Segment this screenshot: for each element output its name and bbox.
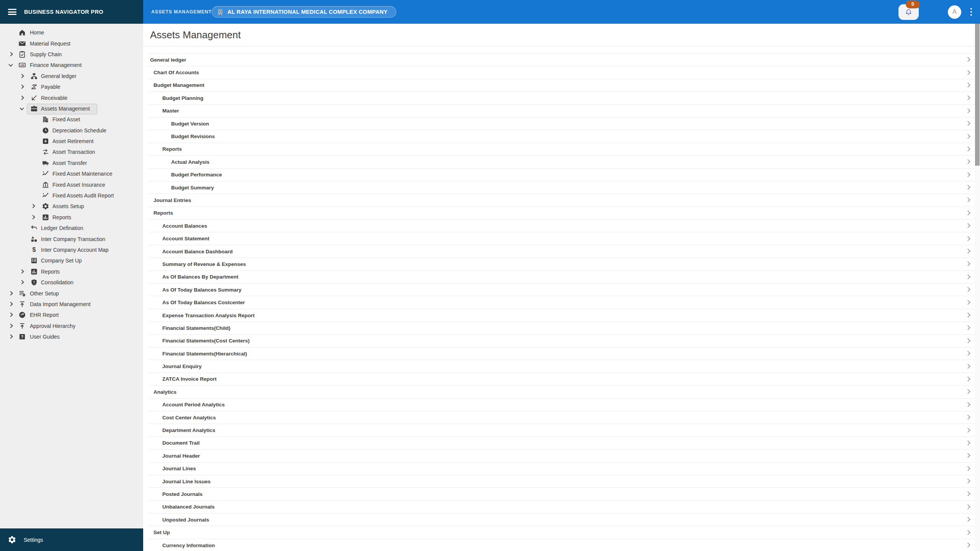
tree-row-zatca-invoice-report[interactable]: ZATCA Invoice Report (149, 373, 975, 386)
chevron-right-icon (965, 325, 970, 330)
avatar[interactable]: A (948, 5, 961, 19)
chevron-right-icon (965, 287, 970, 292)
main-content: Assets Management General ledger Chart O… (143, 24, 980, 551)
tree-row-budget-summary[interactable]: Budget Summary (149, 181, 975, 194)
tree-row-budget-management[interactable]: Budget Management (149, 79, 975, 92)
sidebar-item-consolidation[interactable]: Consolidation (0, 277, 143, 288)
tree-row-chart-of-accounts[interactable]: Chart Of Accounts (149, 66, 975, 79)
tree-row-financial-statements-child[interactable]: Financial Statements(Child) (149, 322, 975, 334)
sidebar-item-asset-transaction[interactable]: Asset Transaction (0, 147, 143, 157)
chevron-right-icon (965, 262, 970, 267)
tree-row-actual-analysis[interactable]: Actual Analysis (149, 156, 975, 168)
chevron-right-icon (965, 415, 970, 420)
sidebar-item-inter-company-account-map[interactable]: Inter Company Account Map (0, 245, 143, 255)
chevron-right-icon (965, 504, 970, 509)
tree-row-unbalanced-journals[interactable]: Unbalanced Journals (149, 501, 975, 514)
tree-row-account-balances[interactable]: Account Balances (149, 220, 975, 232)
sidebar-item-inter-company-transaction[interactable]: Inter Company Transaction (0, 233, 143, 244)
tree-row-label: As Of Today Balances Costcenter (149, 300, 245, 305)
tree-row-master[interactable]: Master (149, 105, 975, 117)
tree-row-budget-performance[interactable]: Budget Performance (149, 169, 975, 181)
tree-row-budget-revisions[interactable]: Budget Revisions (149, 130, 975, 143)
sidebar-item-label: General ledger (0, 73, 77, 79)
tree-row-journal-header[interactable]: Journal Header (149, 450, 975, 462)
tree-row-cost-center-analytics[interactable]: Cost Center Analytics (149, 411, 975, 424)
sidebar-item-general-ledger[interactable]: General ledger (0, 71, 143, 82)
sidebar-item-payable[interactable]: Payable (0, 82, 143, 92)
sidebar-item-reports[interactable]: Reports (0, 212, 143, 223)
tree-row-analytics[interactable]: Analytics (149, 386, 975, 398)
tree-row-budget-version[interactable]: Budget Version (149, 117, 975, 130)
menu-icon[interactable] (8, 9, 16, 15)
tree-row-account-balance-dashboard[interactable]: Account Balance Dashboard (149, 245, 975, 258)
tree-row-as-of-today-balances-costcenter[interactable]: As Of Today Balances Costcenter (149, 296, 975, 309)
tree-row-posted-journals[interactable]: Posted Journals (149, 488, 975, 500)
sidebar-item-label: Asset Transaction (0, 149, 95, 155)
tree-row-financial-statements-cost-centers[interactable]: Financial Statements(Cost Centers) (149, 335, 975, 347)
sidebar-item-assets-setup[interactable]: Assets Setup (0, 201, 143, 212)
sidebar-item-fixed-assets-audit-report[interactable]: Fixed Assets Audit Report (0, 190, 143, 201)
sidebar-item-depreciation-schedule[interactable]: Depreciation Schedule (0, 125, 143, 136)
tree-row-label: Account Balances (149, 223, 207, 229)
tree-row-journal-enquiry[interactable]: Journal Enquiry (149, 360, 975, 373)
sidebar-item-fixed-asset-maintenance[interactable]: Fixed Asset Maintenance (0, 168, 143, 179)
sidebar-item-fixed-asset[interactable]: Fixed Asset (0, 114, 143, 125)
chevron-right-icon (965, 121, 970, 126)
tree-row-currency-information[interactable]: Currency Information (149, 539, 975, 551)
tree-row-journal-lines[interactable]: Journal Lines (149, 463, 975, 475)
tree-row-journal-line-issues[interactable]: Journal Line Issues (149, 475, 975, 488)
sidebar-item-supply-chain[interactable]: Supply Chain (0, 49, 143, 60)
tree-row-expense-transaction-analysis-report[interactable]: Expense Transaction Analysis Report (149, 309, 975, 322)
tree-row-department-analytics[interactable]: Department Analytics (149, 424, 975, 437)
chevron-right-icon (965, 389, 970, 394)
tree-row-journal-entries[interactable]: Journal Entries (149, 194, 975, 207)
sidebar-item-ehr-report[interactable]: EHR Report (0, 310, 143, 320)
sidebar-item-reports[interactable]: Reports (0, 266, 143, 277)
sidebar-item-material-request[interactable]: Material Request (0, 38, 143, 49)
sidebar-item-label: Material Request (0, 41, 70, 47)
tree-row-as-of-today-balances-summary[interactable]: As Of Today Balances Summary (149, 284, 975, 296)
tree-row-label: Department Analytics (149, 427, 215, 433)
sidebar-item-receivable[interactable]: Receivable (0, 92, 143, 103)
sidebar-item-label: Receivable (0, 95, 67, 101)
sidebar-item-finance-management[interactable]: Finance Management (0, 60, 143, 70)
company-selector-chip[interactable]: AL RAYA INTERNATIONAL MEDICAL COMPLEX CO… (212, 6, 396, 18)
sidebar-item-label: Other Setup (0, 290, 59, 297)
notifications-button[interactable]: 0 (898, 4, 919, 20)
sidebar-item-ledger-defination[interactable]: Ledger Defination (0, 223, 143, 233)
tree-row-reports[interactable]: Reports (149, 207, 975, 220)
tree-row-financial-statements-hierarchical[interactable]: Financial Statements(Hierarchical) (149, 347, 975, 360)
sidebar-item-approval-hierarchy[interactable]: Approval Hierarchy (0, 321, 143, 331)
sidebar-item-user-guides[interactable]: User Guides (0, 331, 143, 342)
sidebar-item-label: Assets Management (0, 106, 90, 112)
tree-row-label: Budget Planning (149, 95, 203, 101)
tree-row-label: Budget Summary (149, 185, 214, 191)
chevron-right-icon (965, 428, 970, 433)
sidebar-item-other-setup[interactable]: Other Setup (0, 288, 143, 298)
settings-button[interactable]: Settings (0, 528, 143, 551)
tree-row-summary-of-revenue-expenses[interactable]: Summary of Revenue & Expenses (149, 258, 975, 271)
scrollbar-thumb[interactable] (975, 24, 980, 166)
sidebar-item-asset-transfer[interactable]: Asset Transfer (0, 158, 143, 168)
tree-row-as-of-balances-by-department[interactable]: As Of Balances By Department (149, 271, 975, 284)
tree-row-unposted-journals[interactable]: Unposted Journals (149, 514, 975, 526)
sidebar-item-company-set-up[interactable]: Company Set Up (0, 255, 143, 266)
tree-row-label: Chart Of Accounts (149, 70, 199, 75)
more-options-button[interactable] (968, 5, 975, 19)
sidebar-item-data-import-management[interactable]: Data Import Management (0, 299, 143, 310)
tree-row-budget-planning[interactable]: Budget Planning (149, 92, 975, 104)
tree-row-document-trail[interactable]: Document Trail (149, 437, 975, 450)
sidebar-item-asset-retirement[interactable]: Asset Retirement (0, 136, 143, 147)
sidebar-item-fixed-asset-insurance[interactable]: Fixed Asset Insurance (0, 179, 143, 190)
sidebar-item-assets-management[interactable]: Assets Management (0, 103, 143, 114)
tree-row-general-ledger[interactable]: General ledger (149, 54, 975, 66)
sidebar-item-label: Ledger Defination (0, 225, 83, 231)
chevron-right-icon (965, 185, 970, 190)
tree-row-label: Budget Revisions (149, 134, 215, 139)
tree-row-account-statement[interactable]: Account Statement (149, 232, 975, 245)
tree-row-set-up[interactable]: Set Up (149, 526, 975, 539)
chevron-right-icon (965, 377, 970, 381)
tree-row-reports[interactable]: Reports (149, 143, 975, 156)
tree-row-account-period-analytics[interactable]: Account Period Analytics (149, 399, 975, 411)
sidebar-item-home[interactable]: Home (0, 27, 143, 38)
